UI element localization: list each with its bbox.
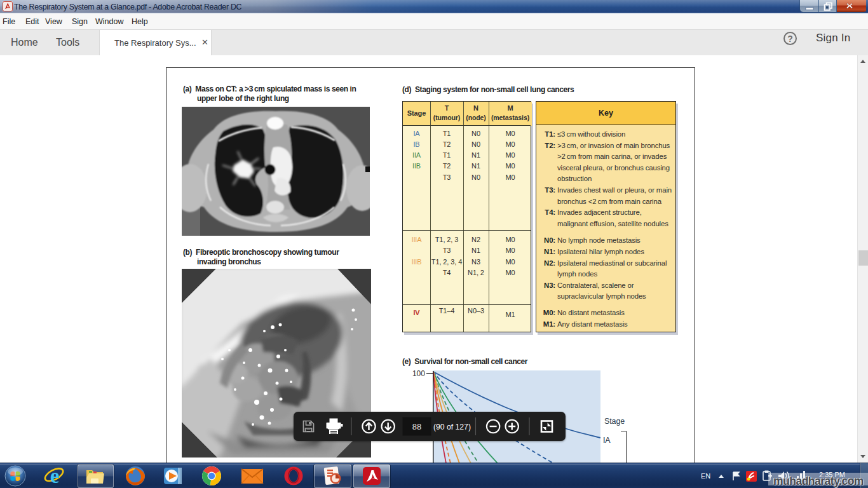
svg-text:e: e — [50, 464, 60, 487]
svg-text:(90 of 127): (90 of 127) — [433, 423, 471, 431]
svg-text:88: 88 — [412, 422, 421, 431]
